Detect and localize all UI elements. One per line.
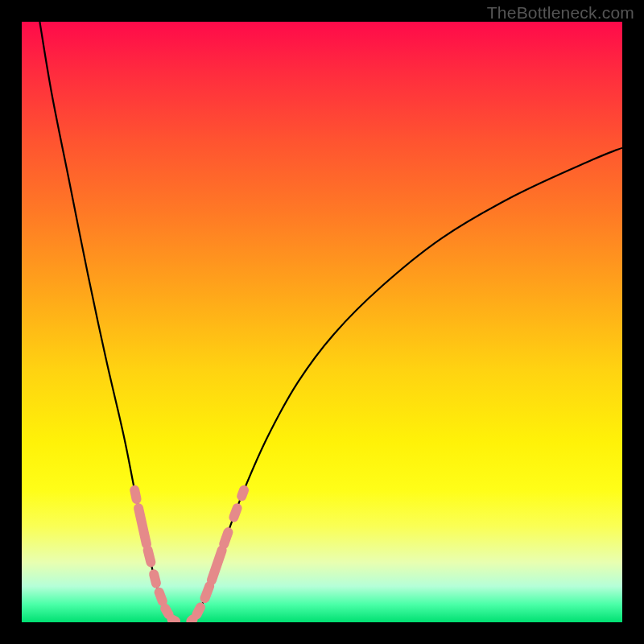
bead-segment [224,532,228,544]
bead-segment [205,586,210,598]
chart-frame: TheBottleneck.com [0,0,644,644]
curve-layer [22,22,622,622]
bead-segment [242,490,244,496]
curve-left-branch [39,22,178,622]
bead-segment [191,619,192,621]
bead-segment [134,490,136,499]
curve-right-branch [190,148,622,622]
bead-segment [159,592,163,601]
bead-markers-left [134,490,175,621]
bead-segment [165,609,168,614]
bead-segment [172,619,175,621]
watermark-text: TheBottleneck.com [487,3,634,23]
bead-markers-right [191,490,244,621]
bead-segment [138,508,147,544]
bead-segment [233,508,237,517]
bead-segment [148,550,151,562]
bead-segment [212,550,222,580]
bead-segment [154,574,156,583]
plot-area [22,22,622,622]
bead-segment [196,607,200,614]
